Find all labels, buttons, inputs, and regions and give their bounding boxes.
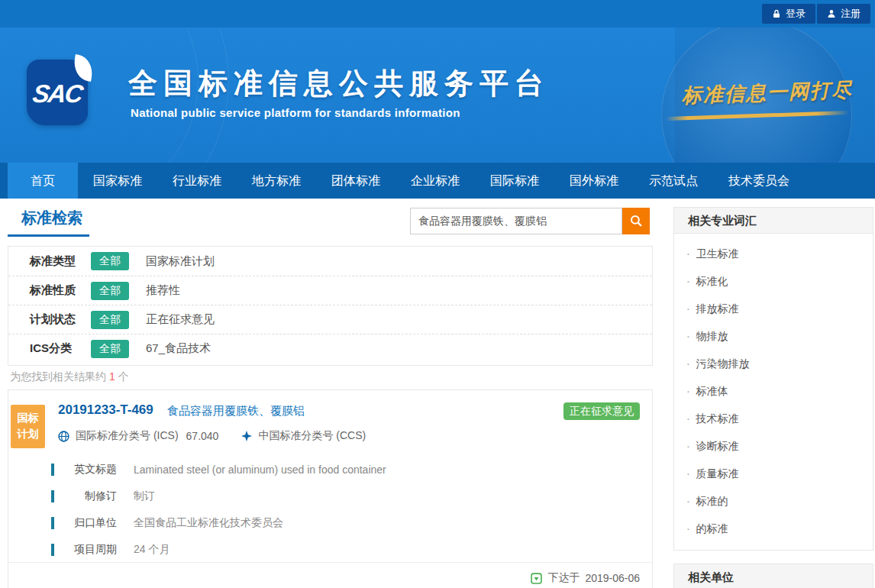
compass-icon (241, 431, 252, 441)
field-label: 项目周期 (54, 543, 117, 557)
filter-badge-all[interactable]: 全部 (91, 282, 129, 300)
ics-label: 国际标准分类号 (ICS) (76, 429, 179, 443)
related-vocab-list: 卫生标准 标准化 排放标准 物排放 污染物排放 标准体 技术标准 诊断标准 质量… (674, 234, 873, 548)
release-date: 2019-06-06 (585, 572, 640, 584)
sac-logo[interactable]: SAC (27, 60, 88, 125)
badge-line2: 计划 (11, 426, 45, 442)
standard-title-link[interactable]: 食品容器用覆膜铁、覆膜铝 (167, 404, 305, 418)
ics-value: 67.040 (186, 430, 219, 442)
filter-label: 计划状态 (30, 312, 91, 327)
related-vocab-panel: 相关专业词汇 卫生标准 标准化 排放标准 物排放 污染物排放 标准体 技术标准 … (673, 207, 873, 551)
logo-text: SAC (24, 79, 89, 108)
vocab-link[interactable]: 排放标准 (674, 295, 873, 322)
filter-badge-all[interactable]: 全部 (91, 340, 129, 358)
vocab-link[interactable]: 质量标准 (674, 460, 873, 487)
ccs-label: 中国标准分类号 (CCS) (258, 429, 366, 443)
field-value: 全国食品工业标准化技术委员会 (134, 516, 283, 530)
page-title: 标准检索 (21, 208, 82, 228)
standard-code-link[interactable]: 20191233-T-469 (58, 402, 153, 418)
related-units-title: 相关单位 (674, 564, 873, 588)
filter-badge-all[interactable]: 全部 (91, 252, 129, 270)
nav-item-national-standards[interactable]: 国家标准 (78, 163, 157, 199)
filter-panel: 标准类型 全部 国家标准计划 标准性质 全部 推荐性 计划状态 全部 正在征求意… (8, 246, 653, 366)
nav-item-international-standards[interactable]: 国际标准 (475, 163, 554, 199)
filter-option[interactable]: 推荐性 (146, 283, 180, 298)
field-label: 归口单位 (54, 516, 117, 530)
filter-badge-all[interactable]: 全部 (91, 311, 129, 329)
nav-item-technical-committee[interactable]: 技术委员会 (713, 163, 805, 199)
classification-row: 国际标准分类号 (ICS) 67.040 中国标准分类号 (CCS) (58, 429, 366, 443)
result-summary-prefix: 为您找到相关结果约 (10, 370, 106, 383)
register-label: 注册 (841, 7, 860, 21)
user-icon (827, 9, 836, 18)
card-footer: 下达于 2019-06-06 (8, 562, 652, 588)
filter-row-plan-status: 计划状态 全部 正在征求意见 (8, 305, 652, 334)
filter-option[interactable]: 67_食品技术 (146, 341, 211, 356)
search-input[interactable] (410, 208, 622, 234)
result-summary: 为您找到相关结果约1个 (10, 370, 129, 384)
globe-icon (58, 431, 69, 442)
release-box-icon (531, 573, 542, 584)
magnifier-icon (630, 215, 643, 228)
field-value: Laminated steel (or aluminum) used in fo… (134, 464, 386, 476)
nav-item-foreign-standards[interactable]: 国外标准 (554, 163, 634, 199)
field-row-competent-unit: 归口单位 全国食品工业标准化技术委员会 (51, 509, 386, 536)
nav-item-industry-standards[interactable]: 行业标准 (157, 163, 237, 199)
lock-icon (772, 9, 781, 18)
vocab-link[interactable]: 污染物排放 (674, 350, 873, 377)
badge-line1: 国标 (11, 410, 45, 426)
field-label: 制修订 (54, 489, 117, 503)
result-card: 国标 计划 20191233-T-469 食品容器用覆膜铁、覆膜铝 正在征求意见… (8, 389, 653, 588)
field-row-revision-type: 制修订 制订 (51, 483, 386, 509)
site-title: 全国标准信息公共服务平台 (128, 64, 550, 103)
site-subtitle: National public service platform for sta… (131, 106, 460, 119)
nav-item-local-standards[interactable]: 地方标准 (237, 163, 316, 199)
field-value: 制订 (134, 489, 155, 503)
filter-row-standard-nature: 标准性质 全部 推荐性 (8, 276, 652, 305)
result-summary-suffix: 个 (118, 370, 129, 383)
nav-item-home[interactable]: 首页 (8, 163, 78, 199)
field-row-project-cycle: 项目周期 24 个月 (51, 536, 386, 563)
related-units-panel: 相关单位 (673, 564, 873, 588)
vocab-link[interactable]: 卫生标准 (674, 240, 873, 267)
national-plan-badge: 国标 计划 (11, 405, 45, 448)
register-button[interactable]: 注册 (817, 4, 870, 24)
related-vocab-title: 相关专业词汇 (674, 208, 873, 234)
login-button[interactable]: 登录 (762, 4, 815, 24)
filter-row-ics-category: ICS分类 全部 67_食品技术 (8, 334, 652, 363)
title-underline (8, 234, 89, 237)
field-label: 英文标题 (54, 463, 117, 477)
site-banner: SAC 全国标准信息公共服务平台 National public service… (0, 27, 875, 163)
filter-option[interactable]: 正在征求意见 (146, 312, 215, 327)
vocab-link[interactable]: 标准体 (674, 377, 873, 405)
nav-item-group-standards[interactable]: 团体标准 (316, 163, 396, 199)
field-row-english-title: 英文标题 Laminated steel (or aluminum) used … (51, 456, 386, 483)
release-label: 下达于 (547, 571, 580, 585)
filter-label: 标准性质 (30, 283, 91, 298)
main-nav: 首页 国家标准 行业标准 地方标准 团体标准 企业标准 国际标准 国外标准 示范… (0, 163, 875, 199)
card-fields: 英文标题 Laminated steel (or aluminum) used … (51, 456, 386, 563)
field-value: 24 个月 (134, 543, 170, 557)
vocab-link[interactable]: 的标准 (674, 515, 873, 542)
status-badge: 正在征求意见 (563, 402, 640, 420)
search-button[interactable] (622, 208, 650, 234)
topbar: 登录 注册 (0, 0, 875, 27)
vocab-link[interactable]: 标准化 (674, 267, 873, 295)
filter-label: ICS分类 (30, 341, 91, 356)
vocab-link[interactable]: 技术标准 (674, 405, 873, 432)
vocab-link[interactable]: 标准的 (674, 487, 873, 515)
nav-item-pilot-demo[interactable]: 示范试点 (634, 163, 713, 199)
filter-label: 标准类型 (30, 254, 91, 269)
nav-item-enterprise-standards[interactable]: 企业标准 (396, 163, 475, 199)
login-label: 登录 (786, 7, 806, 21)
filter-row-standard-type: 标准类型 全部 国家标准计划 (8, 247, 652, 276)
vocab-link[interactable]: 诊断标准 (674, 432, 873, 460)
result-count: 1 (109, 370, 115, 383)
vocab-link[interactable]: 物排放 (674, 322, 873, 350)
filter-option[interactable]: 国家标准计划 (146, 254, 215, 269)
